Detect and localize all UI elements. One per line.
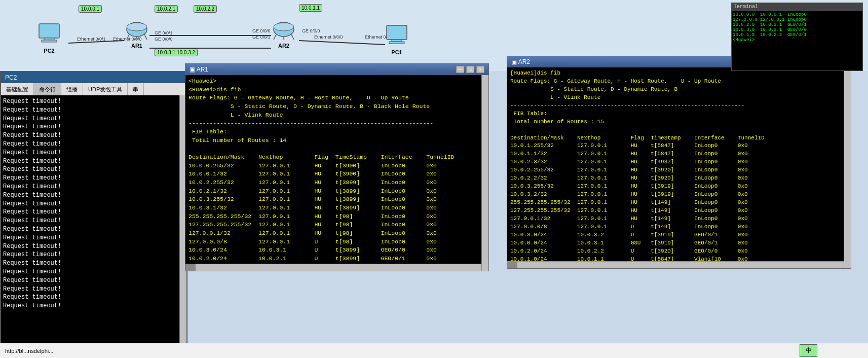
ar1-hscrollbar[interactable] bbox=[185, 264, 481, 271]
ar2-window: ▣ AR2 — □ × [Huawei]dis fib Route Flags:… bbox=[507, 56, 851, 269]
mini-titlebar: Terminal bbox=[732, 3, 862, 11]
ar1-line-1: <Huawei> bbox=[188, 77, 485, 86]
svg-line-14 bbox=[274, 34, 276, 40]
pc2-title: PC2 bbox=[5, 74, 17, 81]
ime-indicator[interactable]: 中 bbox=[800, 344, 817, 357]
ar1-line-8: Total number of Routes : 14 bbox=[188, 136, 485, 145]
pc2-line-21: Request timeout! bbox=[3, 268, 184, 276]
mini-line-1: 10.0.0.0 10.0.0.1 InLoop0 bbox=[733, 12, 861, 17]
port-label-6: GE 0/0/1 bbox=[252, 34, 271, 40]
ar2-line-15: 10.0.3.255/32 127.0.0.1 HU t[3919] InLoo… bbox=[510, 183, 848, 191]
ar1-restore-btn[interactable]: □ bbox=[466, 66, 474, 73]
pc2-line-3: Request timeout! bbox=[3, 115, 184, 123]
pc2-line-9: Request timeout! bbox=[3, 165, 184, 174]
svg-rect-4 bbox=[39, 24, 59, 38]
ar2-hscrollbar[interactable] bbox=[507, 261, 844, 268]
ar1-line-22: 10.0.2.0/24 10.0.2.1 U t[3899] GEO/0/1 0… bbox=[188, 255, 485, 263]
ar2-line-23: 10.0.2.0/24 10.0.2.2 U t[3920] GEO/0/0 0… bbox=[510, 247, 848, 256]
ar2-vscrollbar[interactable] bbox=[844, 67, 851, 268]
ar2-line-6: FIB Table: bbox=[510, 110, 848, 118]
port-label-5: GE 0/0/0 bbox=[252, 28, 271, 33]
pc2-line-4: Request timeout! bbox=[3, 123, 184, 131]
ar2-line-9: Destination/Mask Nexthop Flag TimeStamp … bbox=[510, 134, 848, 142]
ar2-line-3: S - Static Route, D - Dynamic Route, B bbox=[510, 86, 848, 94]
mini-line-6: <Huawei> bbox=[733, 38, 861, 43]
ar1-line-19: 127.0.0.1/32 127.0.0.1 HU t[98] InLoop0 … bbox=[188, 229, 485, 238]
ip-badge-2: 10.0.2.1 bbox=[155, 5, 178, 13]
ar1-line-5: L - Vlink Route bbox=[188, 111, 485, 120]
mini-line-5: 10.0.1.0 10.0.2.2 GE0/0/1 bbox=[733, 32, 861, 38]
ar2-line-20: 127.0.0.0/8 127.0.0.1 U t[149] InLoop0 0… bbox=[510, 223, 848, 231]
svg-line-15 bbox=[291, 34, 294, 40]
svg-point-8 bbox=[127, 23, 147, 31]
ar1-line-10: Destination/Mask Nexthop Flag TimeStamp … bbox=[188, 153, 485, 162]
tab-serial[interactable]: 串 bbox=[128, 83, 144, 95]
ar1-minimize-btn[interactable]: — bbox=[456, 66, 464, 73]
ar2-line-12: 10.0.2.3/32 127.0.0.1 HU t[4937] InLoop0… bbox=[510, 158, 848, 166]
ar2-line-22: 10.0.0.0/24 10.0.3.1 GSU t[3919] GEO/0/1… bbox=[510, 239, 848, 247]
ar2-line-11: 10.0.1.1/32 127.0.0.1 HU t[5847] InLoop0… bbox=[510, 150, 848, 158]
port-label-3: GE 0/0/1 bbox=[155, 30, 173, 35]
device-pc2: PC2 bbox=[36, 23, 62, 54]
ip-badge-4: 10.0.1.1 bbox=[299, 4, 322, 12]
pc2-line-16: Request timeout! bbox=[3, 225, 184, 234]
port-label-1: Ethernet 0/0/1 bbox=[77, 37, 106, 42]
ar1-line-6: ----------------------------------------… bbox=[188, 119, 485, 128]
svg-rect-5 bbox=[44, 38, 54, 40]
tab-udp[interactable]: UDP发包工具 bbox=[83, 83, 128, 95]
mini-line-4: 10.0.3.0 10.0.3.1 GE0/0/0 bbox=[733, 27, 861, 32]
svg-line-9 bbox=[127, 34, 129, 40]
svg-rect-18 bbox=[392, 40, 402, 42]
pc2-line-7: Request timeout! bbox=[3, 149, 184, 157]
pc2-line-1: Request timeout! bbox=[3, 97, 184, 106]
ar1-line-4: S - Static Route, D - Dynamic Route, B -… bbox=[188, 102, 485, 111]
ar1-title: ▣ AR1 bbox=[190, 66, 208, 73]
ar1-vscrollbar[interactable] bbox=[481, 75, 488, 271]
pc2-line-14: Request timeout! bbox=[3, 208, 184, 217]
ar2-line-18: 127.255.255.255/32 127.0.0.1 HU t[149] I… bbox=[510, 207, 848, 215]
ar2-title: ▣ AR2 bbox=[511, 58, 530, 65]
ar1-window: ▣ AR1 — □ × <Huawei> <Huawei>dis fib Rou… bbox=[185, 63, 489, 271]
ar1-line-21: 10.0.3.0/24 10.0.3.1 U t[3899] GEO/0/0 0… bbox=[188, 246, 485, 255]
ar1-close-btn[interactable]: × bbox=[476, 66, 484, 73]
pc2-panel: PC2 基础配置 命令行 组播 UDP发包工具 串 Request timeou… bbox=[0, 71, 187, 358]
ar1-line-9 bbox=[188, 145, 485, 153]
pc2-line-25: Request timeout! bbox=[3, 302, 184, 310]
mini-line-2: 127.0.0.0 127.0.0.1 InLoop0 bbox=[733, 17, 861, 22]
bottom-url: http://bl...nsdelphi... bbox=[5, 348, 53, 354]
ip-badge-3: 10.0.2.2 bbox=[194, 5, 217, 13]
pc2-line-19: Request timeout! bbox=[3, 250, 184, 259]
pc2-line-12: Request timeout! bbox=[3, 191, 184, 200]
ar1-line-7: FIB Table: bbox=[188, 128, 485, 136]
tab-basic-config[interactable]: 基础配置 bbox=[1, 83, 34, 95]
ar1-titlebar: ▣ AR1 — □ × bbox=[185, 64, 488, 75]
pc2-line-18: Request timeout! bbox=[3, 242, 184, 251]
ar1-line-17: 255.255.255.255/32 127.0.0.1 HU t[98] In… bbox=[188, 212, 485, 221]
pc2-line-8: Request timeout! bbox=[3, 157, 184, 166]
pc2-titlebar: PC2 bbox=[1, 72, 186, 83]
pc2-terminal: Request timeout! Request timeout! Reques… bbox=[1, 95, 186, 357]
pc2-line-10: Request timeout! bbox=[3, 174, 184, 183]
ar2-line-7: Total number of Routes : 15 bbox=[510, 118, 848, 126]
tab-cmd[interactable]: 命令行 bbox=[34, 83, 61, 95]
ar2-line-10: 10.0.1.255/32 127.0.0.1 HU t[5847] InLoo… bbox=[510, 142, 848, 150]
ar2-line-8 bbox=[510, 126, 848, 134]
mini-line-3: 10.0.2.0 10.0.2.1 GE0/0/1 bbox=[733, 22, 861, 27]
device-ar1: AR1 bbox=[124, 20, 149, 49]
ip-badge-5: 10.0.3.1 10.0.3.2 bbox=[155, 49, 198, 56]
ar2-line-2: Route Flags: G - Gateway Route, H - Host… bbox=[510, 78, 848, 86]
tab-multicast[interactable]: 组播 bbox=[61, 83, 83, 95]
ar2-line-16: 10.0.3.2/32 127.0.0.1 HU t[3919] InLoop0… bbox=[510, 191, 848, 199]
pc2-tabs[interactable]: 基础配置 命令行 组播 UDP发包工具 串 bbox=[1, 83, 186, 95]
ar1-line-18: 127.255.255.255/32 127.0.0.1 HU t[98] In… bbox=[188, 221, 485, 229]
mini-terminal-window: Terminal 10.0.0.0 10.0.0.1 InLoop0 127.0… bbox=[731, 3, 863, 71]
pc2-line-13: Request timeout! bbox=[3, 200, 184, 208]
bottom-bar: http://bl...nsdelphi... 中 bbox=[0, 343, 868, 358]
ar1-line-3: Route Flags: G - Gateway Route, H - Host… bbox=[188, 94, 485, 102]
port-label-4: GE 0/0/0 bbox=[155, 37, 173, 42]
ar2-line-5: ----------------------------------------… bbox=[510, 102, 848, 110]
ar1-controls[interactable]: — □ × bbox=[456, 66, 484, 73]
ar2-line-13: 10.0.2.255/32 127.0.0.1 HU t[3920] InLoo… bbox=[510, 166, 848, 174]
ar2-line-21: 10.0.3.0/24 10.0.3.2 U t[3919] GEO/0/1 0… bbox=[510, 231, 848, 239]
ar1-terminal: <Huawei> <Huawei>dis fib Route Flags: G … bbox=[185, 75, 488, 271]
